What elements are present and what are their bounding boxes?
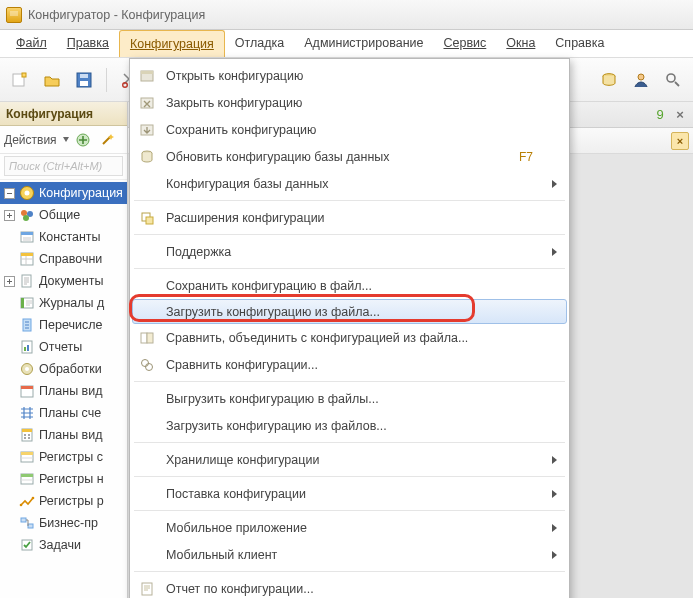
task-icon: [19, 537, 35, 553]
mi-save-config[interactable]: Сохранить конфигурацию: [132, 116, 567, 143]
toolbar-search-icon[interactable]: [659, 66, 687, 94]
spheres-icon: [19, 207, 35, 223]
tree-node-bp[interactable]: Бизнес-пр: [0, 512, 127, 534]
expander-icon[interactable]: [4, 188, 15, 199]
separator: [134, 442, 565, 443]
tree-search-input[interactable]: [4, 156, 123, 176]
mi-export-files[interactable]: Выгрузить конфигурацию в файлы...: [132, 385, 567, 412]
svg-point-34: [28, 434, 30, 436]
toolbar-save-icon[interactable]: [70, 66, 98, 94]
tree-label: Обработки: [39, 362, 102, 376]
tree-node-processing[interactable]: Обработки: [0, 358, 127, 380]
toolbar-open-icon[interactable]: [38, 66, 66, 94]
search-row: [0, 154, 127, 180]
actions-label[interactable]: Действия: [4, 133, 57, 147]
mi-label: Хранилище конфигурации: [166, 453, 319, 467]
actions-caret-icon[interactable]: [63, 137, 69, 142]
tab-badge[interactable]: 9: [651, 106, 669, 124]
menu-windows[interactable]: Окна: [496, 30, 545, 57]
expander-icon[interactable]: [4, 276, 15, 287]
mi-mobile-app[interactable]: Мобильное приложение: [132, 514, 567, 541]
tabstrip-close-icon[interactable]: ×: [671, 106, 689, 124]
mi-repo[interactable]: Хранилище конфигурации: [132, 446, 567, 473]
tree-node-accounts[interactable]: Планы сче: [0, 402, 127, 424]
expander-icon[interactable]: [4, 210, 15, 221]
config-tree[interactable]: Конфигурация Общие Константы Справочни: [0, 180, 127, 598]
menubar: Файл Правка Конфигурация Отладка Админис…: [0, 30, 693, 58]
menu-file[interactable]: Файл: [6, 30, 57, 57]
mi-close-config[interactable]: Закрыть конфигурацию: [132, 89, 567, 116]
separator: [134, 510, 565, 511]
mi-compare[interactable]: Сравнить конфигурации...: [132, 351, 567, 378]
submenu-arrow-icon: [552, 490, 557, 498]
menu-debug[interactable]: Отладка: [225, 30, 294, 57]
mi-compare-merge[interactable]: Сравнить, объединить с конфигурацией из …: [132, 324, 567, 351]
regaccum-icon: [19, 471, 35, 487]
separator: [134, 200, 565, 201]
tree-node-reginfo[interactable]: Регистры с: [0, 446, 127, 468]
save-icon: [138, 121, 156, 139]
catalogs-icon: [19, 251, 35, 267]
menu-config[interactable]: Конфигурация: [119, 30, 225, 57]
mi-delivery[interactable]: Поставка конфигурации: [132, 480, 567, 507]
mi-update-db[interactable]: Обновить конфигурацию базы данных F7: [132, 143, 567, 170]
mi-load-from-file[interactable]: Загрузить конфигурацию из файла...: [132, 299, 567, 324]
svg-point-42: [32, 497, 35, 500]
compare-merge-icon: [138, 329, 156, 347]
mi-label: Обновить конфигурацию базы данных: [166, 150, 390, 164]
svg-rect-22: [21, 298, 24, 308]
mi-label: Отчет по конфигурации...: [166, 582, 314, 596]
action-wand-icon[interactable]: [97, 130, 117, 150]
tree-node-tasks[interactable]: Задачи: [0, 534, 127, 556]
mi-label: Конфигурация базы данных: [166, 177, 329, 191]
config-dropdown: Открыть конфигурацию Закрыть конфигураци…: [129, 58, 570, 598]
svg-rect-26: [27, 345, 29, 351]
tree-node-chartkinds[interactable]: Планы вид: [0, 380, 127, 402]
svg-rect-48: [141, 98, 153, 108]
svg-rect-53: [141, 333, 147, 343]
documents-icon: [19, 273, 35, 289]
action-add-icon[interactable]: [73, 130, 93, 150]
mi-db-config[interactable]: Конфигурация базы данных: [132, 170, 567, 197]
toolbar-new-icon[interactable]: [6, 66, 34, 94]
menu-service[interactable]: Сервис: [433, 30, 496, 57]
mi-import-files[interactable]: Загрузить конфигурацию из файлов...: [132, 412, 567, 439]
tree-node-catalogs[interactable]: Справочни: [0, 248, 127, 270]
tree-node-common[interactable]: Общие: [0, 204, 127, 226]
mi-report[interactable]: Отчет по конфигурации...: [132, 575, 567, 598]
menu-help[interactable]: Справка: [545, 30, 614, 57]
mi-label: Поставка конфигурации: [166, 487, 306, 501]
mi-open-config[interactable]: Открыть конфигурацию: [132, 62, 567, 89]
tree-node-reports[interactable]: Отчеты: [0, 336, 127, 358]
tree-root[interactable]: Конфигурация: [0, 182, 127, 204]
doc-close-button[interactable]: ×: [671, 132, 689, 150]
reg-icon: [19, 449, 35, 465]
tree-node-constants[interactable]: Константы: [0, 226, 127, 248]
mi-save-to-file[interactable]: Сохранить конфигурацию в файл...: [132, 272, 567, 299]
mi-label: Выгрузить конфигурацию в файлы...: [166, 392, 379, 406]
mi-extensions[interactable]: Расширения конфигурации: [132, 204, 567, 231]
svg-point-36: [28, 437, 30, 439]
config-icon: [19, 185, 35, 201]
menu-admin[interactable]: Администрирование: [294, 30, 433, 57]
tree-node-calckinds[interactable]: Планы вид: [0, 424, 127, 446]
tree-label: Перечисле: [39, 318, 102, 332]
mi-mobile-client[interactable]: Мобильный клиент: [132, 541, 567, 568]
svg-rect-19: [21, 253, 33, 256]
tree-node-enums[interactable]: Перечисле: [0, 314, 127, 336]
menu-edit[interactable]: Правка: [57, 30, 119, 57]
svg-rect-20: [22, 275, 31, 287]
toolbar-agent-icon[interactable]: [627, 66, 655, 94]
tree-node-regcalc[interactable]: Регистры р: [0, 490, 127, 512]
svg-rect-57: [142, 583, 152, 595]
toolbar-repo-icon[interactable]: [595, 66, 623, 94]
ext-icon: [138, 209, 156, 227]
mi-label: Загрузить конфигурацию из файла...: [166, 305, 380, 319]
mi-support[interactable]: Поддержка: [132, 238, 567, 265]
close-icon: [138, 94, 156, 112]
calendar-icon: [19, 383, 35, 399]
tree-node-journals[interactable]: Журналы д: [0, 292, 127, 314]
separator: [134, 234, 565, 235]
tree-node-documents[interactable]: Документы: [0, 270, 127, 292]
tree-node-regaccum[interactable]: Регистры н: [0, 468, 127, 490]
